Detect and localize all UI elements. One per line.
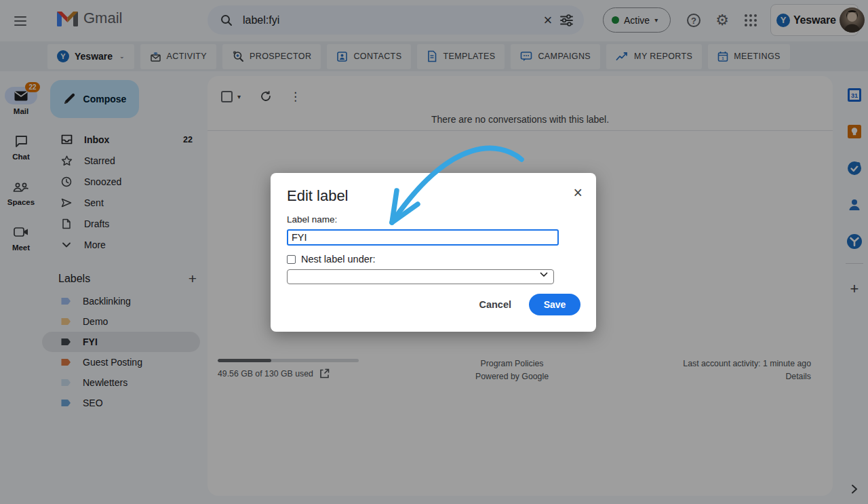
parent-label-select[interactable] bbox=[287, 269, 554, 284]
save-button[interactable]: Save bbox=[529, 294, 580, 315]
close-icon[interactable]: × bbox=[574, 185, 583, 201]
label-name-label: Label name: bbox=[287, 214, 580, 225]
cancel-button[interactable]: Cancel bbox=[479, 299, 511, 310]
label-name-input[interactable] bbox=[287, 229, 559, 246]
chevron-down-icon bbox=[540, 272, 548, 277]
nest-label-text: Nest label under: bbox=[301, 254, 376, 265]
dialog-title: Edit label bbox=[287, 187, 580, 205]
nest-label-checkbox[interactable] bbox=[287, 255, 296, 264]
edit-label-dialog: Edit label × Label name: Nest label unde… bbox=[271, 173, 596, 332]
gmail-app: Gmail label:fyi × Active bbox=[0, 0, 868, 504]
